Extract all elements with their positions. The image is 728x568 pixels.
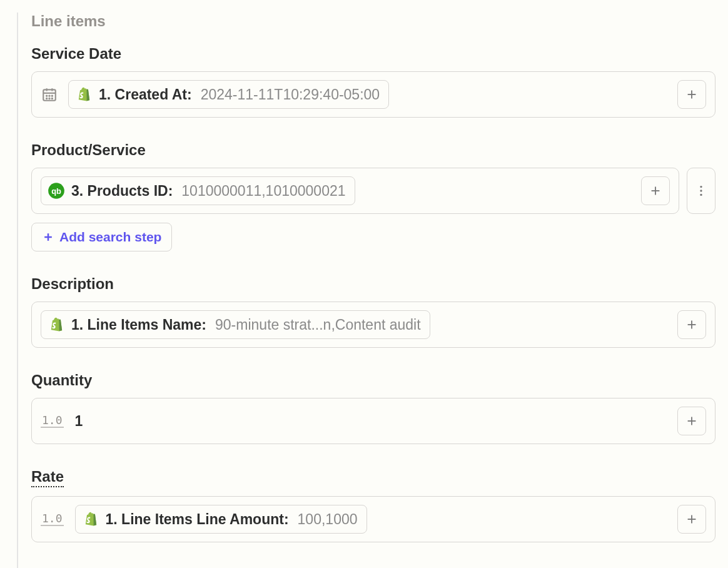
- field-product-service: Product/Service qb 3. Products ID: 10100…: [31, 141, 715, 251]
- label-rate: Rate: [31, 468, 64, 487]
- label-description: Description: [31, 275, 114, 293]
- add-value-button[interactable]: [677, 310, 706, 339]
- add-value-button[interactable]: [641, 176, 670, 205]
- shopify-icon: [75, 86, 93, 103]
- pill-value: 90-minute strat...n,Content audit: [215, 317, 421, 333]
- svg-point-16: [700, 186, 702, 188]
- field-quantity: Quantity 1.0 1: [31, 372, 715, 444]
- pill-products-id[interactable]: qb 3. Products ID: 1010000011,1010000021: [41, 176, 355, 205]
- svg-point-4: [46, 96, 47, 96]
- input-description[interactable]: 1. Line Items Name: 90-minute strat...n,…: [31, 302, 715, 348]
- svg-point-6: [52, 96, 53, 96]
- pill-label: 1. Line Items Line Amount:: [106, 511, 289, 528]
- calendar-icon: [41, 86, 58, 103]
- pill-created-at[interactable]: 1. Created At: 2024-11-11T10:29:40-05:00: [68, 80, 389, 109]
- add-value-button[interactable]: [677, 505, 706, 534]
- svg-point-8: [49, 98, 49, 99]
- pill-line-items-name[interactable]: 1. Line Items Name: 90-minute strat...n,…: [41, 310, 430, 339]
- svg-point-7: [46, 98, 47, 99]
- input-product-service[interactable]: qb 3. Products ID: 1010000011,1010000021: [31, 168, 679, 214]
- input-service-date[interactable]: 1. Created At: 2024-11-11T10:29:40-05:00: [31, 71, 715, 118]
- pill-label: 1. Line Items Name:: [71, 317, 206, 333]
- quantity-value: 1: [75, 413, 83, 430]
- shopify-icon: [48, 316, 65, 333]
- field-description: Description 1. Line Items Name: 90-minut…: [31, 275, 715, 348]
- label-service-date: Service Date: [31, 45, 121, 63]
- add-search-step-label: Add search step: [59, 230, 161, 245]
- quickbooks-icon: qb: [48, 182, 65, 200]
- field-rate: Rate 1.0 1. Line Items Line Amount:: [31, 468, 715, 542]
- pill-value: 100,1000: [298, 511, 358, 528]
- pill-label: 1. Created At:: [99, 86, 192, 103]
- svg-point-9: [52, 98, 53, 99]
- section-divider: [17, 13, 18, 568]
- numeric-type-icon: 1.0: [41, 513, 64, 526]
- add-search-step-button[interactable]: Add search step: [31, 223, 172, 251]
- add-value-button[interactable]: [677, 80, 706, 109]
- svg-point-17: [700, 190, 702, 191]
- label-product-service: Product/Service: [31, 141, 146, 159]
- add-value-button[interactable]: [677, 407, 706, 435]
- input-quantity[interactable]: 1.0 1: [31, 398, 715, 444]
- svg-text:qb: qb: [51, 186, 61, 196]
- more-options-button[interactable]: [687, 168, 715, 214]
- pill-value: 1010000011,1010000021: [181, 183, 345, 200]
- pill-value: 2024-11-11T10:29:40-05:00: [201, 86, 380, 103]
- input-rate[interactable]: 1.0 1. Line Items Line Amount: 100,1000: [31, 496, 715, 542]
- label-quantity: Quantity: [31, 372, 92, 389]
- svg-point-18: [700, 194, 702, 196]
- section-heading: Line items: [31, 13, 715, 30]
- pill-line-items-amount[interactable]: 1. Line Items Line Amount: 100,1000: [75, 505, 367, 534]
- pill-label: 3. Products ID:: [71, 183, 173, 200]
- shopify-icon: [82, 510, 99, 528]
- numeric-type-icon: 1.0: [41, 415, 64, 428]
- svg-point-5: [49, 96, 49, 96]
- field-service-date: Service Date: [31, 45, 715, 118]
